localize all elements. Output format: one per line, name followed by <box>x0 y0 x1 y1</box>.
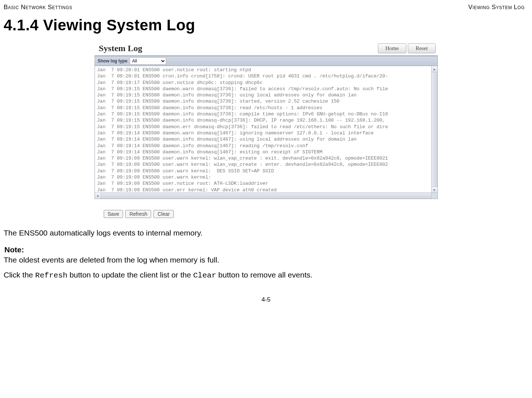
page-number: 4-5 <box>0 296 532 311</box>
filter-bar: Show log type All <box>95 56 438 66</box>
horizontal-scrollbar[interactable]: ◂ ▸ <box>95 192 437 199</box>
note-text: The oldest events are deleted from the l… <box>0 254 532 266</box>
body-paragraph-1: The ENS500 automatically logs events to … <box>0 227 532 239</box>
filter-label: Show log type <box>98 58 127 64</box>
body-paragraph-2: Click the Refresh button to update the c… <box>0 269 532 282</box>
panel-header: System Log Home Reset <box>95 41 438 56</box>
clear-code: Clear <box>193 271 216 280</box>
home-button[interactable]: Home <box>378 43 407 53</box>
scroll-corner <box>431 192 437 199</box>
refresh-button[interactable]: Refresh <box>125 210 151 218</box>
log-area: Jan 7 09:20:01 ENS500 user.notice root: … <box>95 66 438 199</box>
section-title: 4.1.4 Viewing System Log <box>0 13 532 41</box>
clear-button[interactable]: Clear <box>153 210 173 218</box>
action-buttons: Save Refresh Clear <box>95 210 438 218</box>
scroll-up-icon[interactable]: ▴ <box>432 66 437 72</box>
reset-button[interactable]: Reset <box>408 43 435 53</box>
header-right: Viewing System Log <box>468 4 525 11</box>
log-content[interactable]: Jan 7 09:20:01 ENS500 user.notice root: … <box>95 66 437 199</box>
panel-title: System Log <box>99 43 142 53</box>
vertical-scrollbar[interactable]: ▴ ▾ <box>431 66 437 193</box>
refresh-code: Refresh <box>35 271 67 280</box>
scroll-left-icon[interactable]: ◂ <box>95 193 101 199</box>
note-label: Note: <box>0 245 532 254</box>
save-button[interactable]: Save <box>104 210 123 218</box>
scroll-down-icon[interactable]: ▾ <box>432 187 437 193</box>
header-left: Basic Network Settings <box>4 4 72 11</box>
log-type-select[interactable]: All <box>130 57 166 65</box>
system-log-screenshot: System Log Home Reset Show log type All … <box>95 41 438 218</box>
